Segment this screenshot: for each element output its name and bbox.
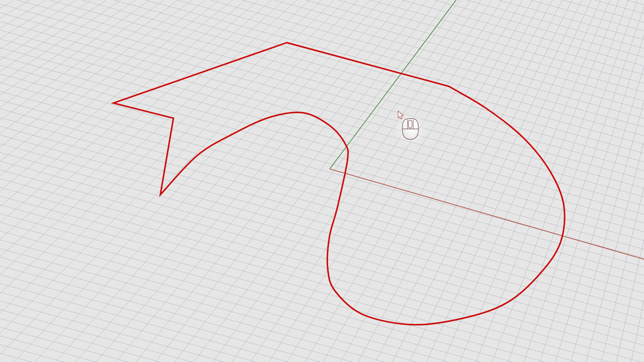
viewport-scene [0, 0, 644, 362]
construction-plane-axes [330, 0, 644, 259]
y-axis-line [330, 0, 456, 169]
ground-grid [0, 0, 644, 362]
cad-viewport[interactable] [0, 0, 644, 362]
